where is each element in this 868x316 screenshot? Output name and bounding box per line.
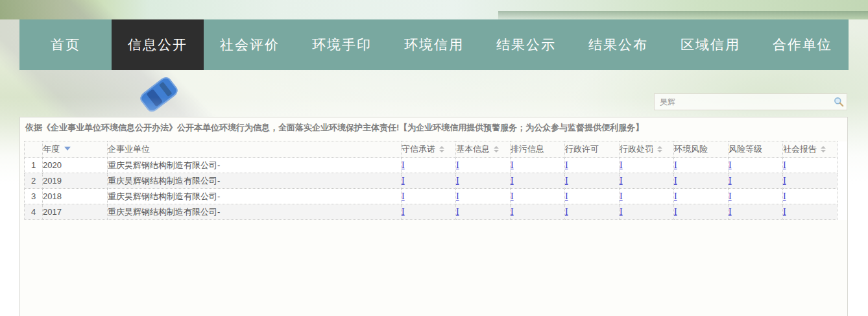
col-social-report-header[interactable]: 社会报告 [783, 141, 838, 158]
admin-penalty-link[interactable]: I [620, 191, 623, 201]
admin-penalty-link[interactable]: I [620, 160, 623, 170]
company-cell: 重庆昊辉钢结构制造有限公司- [108, 204, 402, 220]
admin-permit-link[interactable]: I [565, 160, 568, 170]
year-cell: 2019 [43, 173, 108, 189]
credit-promise-link[interactable]: I [402, 207, 405, 217]
col-company-label: 企事业单位 [108, 144, 150, 154]
car-window [146, 89, 163, 107]
scroll-gutter [838, 158, 848, 173]
env-risk-link[interactable]: I [674, 160, 677, 170]
nav-item-env-credit[interactable]: 环境信用 [388, 19, 480, 70]
main-nav: 首页 信息公开 社会评价 环境手印 环境信用 结果公示 结果公布 区域信用 合作… [19, 19, 849, 70]
nav-item-result-publicity[interactable]: 结果公示 [480, 19, 572, 70]
sort-icon [657, 146, 662, 152]
year-cell: 2017 [43, 204, 108, 220]
col-index-header [25, 141, 43, 158]
social-report-link[interactable]: I [783, 191, 786, 201]
col-admin-penalty-header[interactable]: 行政处罚 [620, 141, 674, 158]
basic-info-link[interactable]: I [456, 160, 459, 170]
car-window [159, 82, 172, 97]
pollution-info-link[interactable]: I [511, 207, 514, 217]
sort-icon [821, 146, 826, 152]
search-box [654, 93, 847, 110]
risk-level-link[interactable]: I [729, 176, 732, 186]
col-year-header[interactable]: 年度 [43, 141, 108, 158]
pollution-info-link[interactable]: I [511, 176, 514, 186]
row-index-cell: 2 [25, 173, 43, 189]
admin-penalty-link[interactable]: I [620, 176, 623, 186]
basic-info-link[interactable]: I [456, 207, 459, 217]
year-cell: 2018 [43, 189, 108, 204]
row-index-cell: 1 [25, 158, 43, 173]
social-report-link[interactable]: I [783, 176, 786, 186]
search-icon[interactable] [834, 97, 844, 107]
col-risk-level-header[interactable]: 风险等级 [729, 141, 783, 158]
col-credit-promise-label: 守信承诺 [402, 144, 435, 154]
col-admin-permit-label: 行政许可 [565, 144, 599, 154]
pollution-info-link[interactable]: I [511, 191, 514, 201]
social-report-link[interactable]: I [783, 207, 786, 217]
company-cell: 重庆昊辉钢结构制造有限公司- [108, 158, 402, 173]
credit-promise-link[interactable]: I [402, 160, 405, 170]
row-index-cell: 4 [25, 204, 43, 220]
nav-item-info-disclosure[interactable]: 信息公开 [112, 19, 204, 70]
col-year-label: 年度 [43, 144, 60, 154]
col-risk-level-label: 风险等级 [729, 144, 762, 154]
env-risk-link[interactable]: I [674, 176, 677, 186]
notice-text: 依据《企业事业单位环境信息公开办法》公开本单位环境行为信息，全面落实企业环境保护… [25, 122, 842, 134]
search-input[interactable] [654, 93, 847, 110]
pollution-info-link[interactable]: I [511, 160, 514, 170]
env-risk-link[interactable]: I [674, 207, 677, 217]
records-table: 年度 企事业单位 守信承诺 基本信息 排污信息 行政许可 [24, 141, 847, 220]
sort-icon [494, 146, 499, 152]
scroll-gutter [838, 204, 848, 220]
risk-level-link[interactable]: I [729, 191, 732, 201]
nav-item-regional-credit[interactable]: 区域信用 [664, 19, 756, 70]
col-pollution-info-label: 排污信息 [511, 144, 544, 154]
content-panel: 依据《企业事业单位环境信息公开办法》公开本单位环境行为信息，全面落实企业环境保护… [19, 117, 848, 316]
col-env-risk-header[interactable]: 环境风险 [674, 141, 729, 158]
nav-item-partners[interactable]: 合作单位 [756, 19, 849, 70]
table-row: 3 2018 重庆昊辉钢结构制造有限公司- I I I I I I I I [25, 189, 848, 204]
credit-promise-link[interactable]: I [402, 176, 405, 186]
table-row: 2 2019 重庆昊辉钢结构制造有限公司- I I I I I I I I [25, 173, 848, 189]
table-header-row: 年度 企事业单位 守信承诺 基本信息 排污信息 行政许可 [25, 141, 848, 158]
nav-item-env-handprint[interactable]: 环境手印 [296, 19, 388, 70]
col-pollution-info-header[interactable]: 排污信息 [511, 141, 565, 158]
env-risk-link[interactable]: I [674, 191, 677, 201]
scroll-gutter [838, 141, 848, 158]
scroll-gutter [838, 173, 848, 189]
basic-info-link[interactable]: I [456, 176, 459, 186]
sort-descending-icon [64, 147, 71, 151]
sort-icon [439, 146, 444, 152]
risk-level-link[interactable]: I [729, 207, 732, 217]
risk-level-link[interactable]: I [729, 160, 732, 170]
col-admin-penalty-label: 行政处罚 [620, 144, 653, 154]
col-credit-promise-header[interactable]: 守信承诺 [402, 141, 456, 158]
admin-permit-link[interactable]: I [565, 207, 568, 217]
col-basic-info-header[interactable]: 基本信息 [456, 141, 511, 158]
row-index-cell: 3 [25, 189, 43, 204]
nav-item-result-announcement[interactable]: 结果公布 [572, 19, 664, 70]
company-cell: 重庆昊辉钢结构制造有限公司- [108, 189, 402, 204]
admin-penalty-link[interactable]: I [620, 207, 623, 217]
table-row: 1 2020 重庆昊辉钢结构制造有限公司- I I I I I I I I [25, 158, 848, 173]
col-social-report-label: 社会报告 [783, 144, 817, 154]
table-row: 4 2017 重庆昊辉钢结构制造有限公司- I I I I I I I I [25, 204, 848, 220]
admin-permit-link[interactable]: I [565, 176, 568, 186]
company-cell: 重庆昊辉钢结构制造有限公司- [108, 173, 402, 189]
admin-permit-link[interactable]: I [565, 191, 568, 201]
col-basic-info-label: 基本信息 [456, 144, 490, 154]
col-company-header[interactable]: 企事业单位 [108, 141, 402, 158]
social-report-link[interactable]: I [783, 160, 786, 170]
basic-info-link[interactable]: I [456, 191, 459, 201]
nav-item-home[interactable]: 首页 [19, 19, 112, 70]
nav-item-social-evaluation[interactable]: 社会评价 [204, 19, 296, 70]
page: 首页 信息公开 社会评价 环境手印 环境信用 结果公示 结果公布 区域信用 合作… [0, 0, 868, 316]
col-admin-permit-header[interactable]: 行政许可 [565, 141, 620, 158]
credit-promise-link[interactable]: I [402, 191, 405, 201]
col-env-risk-label: 环境风险 [674, 144, 708, 154]
scroll-gutter [838, 189, 848, 204]
year-cell: 2020 [43, 158, 108, 173]
